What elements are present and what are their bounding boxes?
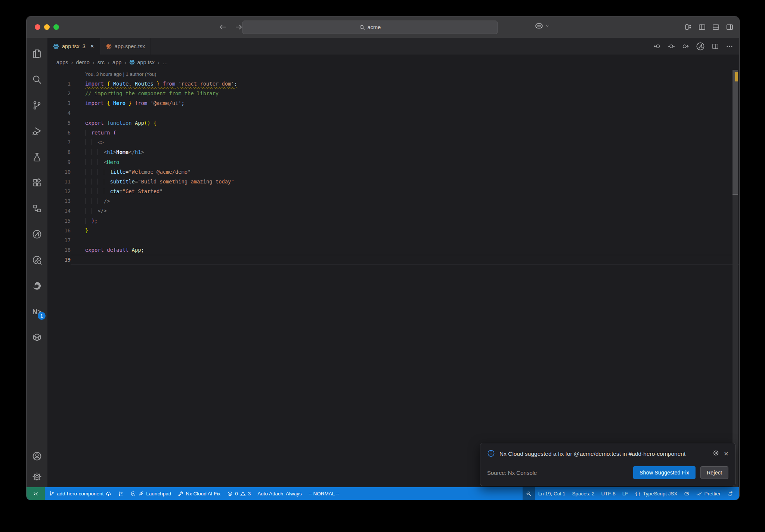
line-number: 6 [47,128,71,137]
tab-app-spec-tsx[interactable]: app.spec.tsx [100,38,151,55]
breadcrumb-separator: › [93,59,95,65]
show-suggested-fix-button[interactable]: Show Suggested Fix [633,466,696,479]
toggle-panel-button[interactable] [712,23,720,31]
activity-item-accounts[interactable] [27,451,47,461]
activity-item-containers[interactable] [27,324,47,350]
nav-forward-button[interactable] [682,43,689,50]
statusbar-copilot-status[interactable] [681,487,693,500]
statusbar-notifications-bell[interactable] [724,487,736,500]
statusbar-indentation[interactable]: Spaces: 2 [569,487,598,500]
line-number: 15 [47,216,71,226]
copilot-menu[interactable] [535,21,550,30]
statusbar-problems[interactable]: 03 [224,487,254,500]
remote-icon [33,491,38,497]
line-content [71,108,739,118]
statusbar-commit-graph[interactable] [115,487,127,500]
nx-cloud-ai-fix-label: Nx Cloud AI Fix [186,491,220,497]
line-number: 17 [47,235,71,245]
commit-graph-icon [118,491,124,497]
breadcrumb-item[interactable]: app [112,59,121,65]
statusbar-formatter-prettier[interactable]: Prettier [693,487,724,500]
statusbar-zoom-indicator[interactable] [523,487,535,500]
line-number: 19 [47,255,71,265]
history-back-button[interactable] [219,23,227,31]
remote-indicator[interactable] [27,487,45,500]
gitlens-blame-annotation[interactable]: You, 3 hours ago | 1 author (You) [47,70,739,79]
statusbar-encoding[interactable]: UTF-8 [598,487,619,500]
statusbar-gitlens-launchpad[interactable]: Launchpad [127,487,174,500]
toast-message: Nx Cloud suggested a fix for @acme/demo:… [499,449,708,459]
nav-current-button[interactable] [668,43,675,50]
activity-item-settings[interactable] [27,471,47,482]
code-editor[interactable]: You, 3 hours ago | 1 author (You) 1impor… [47,70,739,487]
line-content: /> [71,196,739,206]
statusbar-nx-cloud-ai-fix[interactable]: Nx Cloud AI Fix [174,487,224,500]
toast-close-icon[interactable]: × [724,449,728,457]
activity-item-extensions[interactable] [27,170,47,195]
zoom-window-button[interactable] [53,24,59,30]
copilot-icon [535,21,543,30]
explorer-icon [32,49,42,59]
workbench: N>1 app.tsx3×app.spec.tsx apps›demo›src›… [27,38,739,487]
activity-item-edge-tools[interactable] [27,273,47,299]
code-line: 10 title="Welcmoe @acme/demo" [47,167,739,177]
statusbar-cursor-position[interactable]: Ln 19, Col 1 [535,487,569,500]
statusbar-language-mode[interactable]: {}TypeScript JSX [632,487,681,500]
statusbar-auto-attach[interactable]: Auto Attach: Always [254,487,305,500]
activity-item-testing[interactable] [27,144,47,170]
customize-layout-button[interactable] [684,23,692,31]
code-line: 9 <Hero [47,157,739,167]
code-line: 5export function App() { [47,118,739,128]
activity-item-source-control[interactable] [27,92,47,118]
activity-item-references[interactable] [27,195,47,221]
breadcrumb-label: app [112,59,121,65]
activity-bar-bottom [27,451,47,482]
activity-item-project-graph[interactable] [27,221,47,247]
code-line: 7 <> [47,137,739,147]
breadcrumb-item[interactable]: app.tsx [129,59,155,65]
tab-label: app.spec.tsx [115,43,145,49]
activity-item-nx-console[interactable]: N>1 [27,299,47,324]
breadcrumb-item[interactable]: src [97,59,105,65]
line-number: 8 [47,147,71,157]
command-center-search[interactable]: acme [242,21,498,34]
statusbar-eol[interactable]: LF [619,487,632,500]
line-content: } [71,226,739,235]
editor-scrollbar[interactable] [733,70,738,487]
warning-overview-marker [735,72,738,81]
nav-back-button[interactable] [653,43,661,50]
code-line: 18export default App; [47,245,739,255]
source-control-icon [32,100,42,110]
close-window-button[interactable] [35,24,40,30]
breadcrumb-item[interactable]: apps [56,59,68,65]
activity-item-run-and-debug[interactable] [27,118,47,144]
breadcrumb-label: src [97,59,105,65]
more-actions-button[interactable] [726,43,733,50]
statusbar-vim-mode[interactable]: -- NORMAL -- [305,487,343,500]
toast-settings-icon[interactable] [712,449,719,457]
activity-item-explorer[interactable] [27,41,47,66]
breadcrumb-item[interactable]: demo [76,59,89,65]
split-editor-button[interactable] [712,43,719,50]
breadcrumb-separator: › [108,59,109,65]
tabs: app.tsx3×app.spec.tsx [47,38,151,55]
minimize-window-button[interactable] [44,24,50,30]
activity-bar-top: N>1 [27,41,47,350]
toggle-secondary-sidebar-button[interactable] [726,23,734,31]
toggle-primary-sidebar-button[interactable] [698,23,706,31]
run-tasks-button[interactable] [696,42,705,51]
line-content: </> [71,206,739,216]
zoom-out-icon [526,491,532,497]
tab-close-icon[interactable]: × [90,43,94,49]
bell-dot-icon [727,491,733,497]
activity-item-search[interactable] [27,66,47,92]
tab-app-tsx[interactable]: app.tsx3× [47,38,100,55]
line-number: 14 [47,206,71,216]
activity-item-graph-search[interactable] [27,247,47,273]
statusbar-git-branch[interactable]: add-hero-component [46,487,115,500]
scrollbar-thumb[interactable] [733,70,738,195]
titlebar: acme [27,16,739,38]
code-line: 14 </> [47,206,739,216]
reject-button[interactable]: Reject [700,466,728,479]
breadcrumb-item[interactable]: … [162,59,168,65]
